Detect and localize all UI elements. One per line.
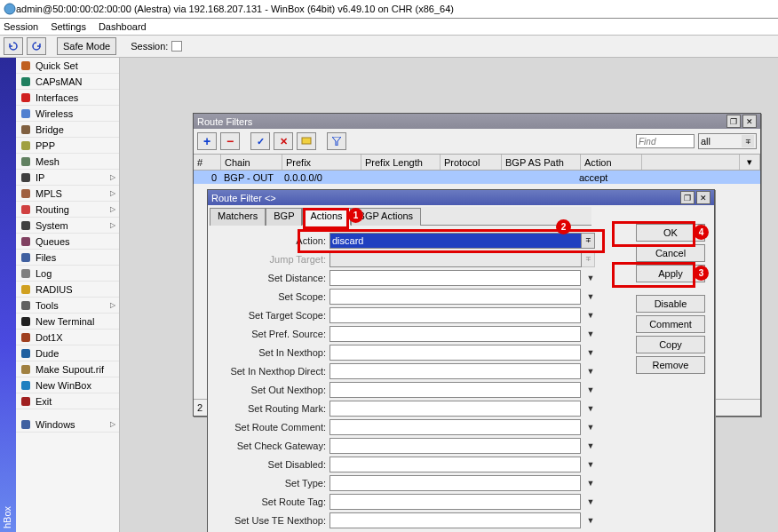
route-filters-titlebar[interactable]: Route Filters ❐ ✕ (194, 114, 760, 129)
menu-settings[interactable]: Settings (51, 21, 86, 32)
field-input[interactable] (329, 363, 581, 379)
sidebar-item-bridge[interactable]: Bridge (16, 122, 119, 138)
filter-button[interactable] (327, 132, 346, 150)
expand-arrow-icon[interactable]: ▼ (586, 423, 595, 432)
sidebar-item-interfaces[interactable]: Interfaces (16, 90, 119, 106)
expand-arrow-icon[interactable]: ▼ (586, 311, 595, 320)
sidebar-item-ppp[interactable]: PPP (16, 138, 119, 154)
wand-icon (20, 60, 32, 72)
sidebar-item-mpls[interactable]: MPLS▷ (16, 186, 119, 202)
sidebar-item-system[interactable]: System▷ (16, 218, 119, 234)
action-dropdown-arrow[interactable]: ∓ (582, 233, 595, 249)
sidebar-item-tools[interactable]: Tools▷ (16, 298, 119, 314)
close-icon[interactable]: ✕ (742, 115, 757, 128)
expand-arrow-icon[interactable]: ▼ (586, 441, 595, 450)
field-input[interactable] (329, 475, 581, 491)
field-input[interactable] (329, 326, 581, 342)
sidebar-item-quick-set[interactable]: Quick Set (16, 58, 119, 74)
undo-button[interactable] (4, 37, 23, 55)
find-input[interactable] (636, 134, 695, 148)
field-input[interactable] (329, 494, 581, 510)
sidebar-item-exit[interactable]: Exit (16, 393, 119, 409)
comment-button[interactable]: Comment (636, 315, 705, 333)
svg-rect-5 (21, 125, 30, 134)
field-input[interactable] (329, 457, 581, 472)
col-chain[interactable]: Chain (221, 155, 282, 170)
menu-session[interactable]: Session (4, 21, 38, 32)
sidebar-item-log[interactable]: Log (16, 266, 119, 282)
field-input[interactable] (329, 419, 581, 435)
expand-arrow-icon[interactable]: ▼ (586, 385, 595, 394)
action-dropdown[interactable]: discard (329, 233, 582, 249)
tab-matchers[interactable]: Matchers (210, 208, 266, 226)
field-input[interactable] (329, 307, 581, 323)
field-input[interactable] (329, 382, 581, 398)
remove-button[interactable]: Remove (636, 356, 705, 374)
filter-scope-dropdown[interactable]: all∓ (698, 133, 757, 149)
field-input[interactable] (329, 401, 581, 417)
apply-button[interactable]: Apply (636, 265, 705, 282)
close-icon[interactable]: ✕ (696, 191, 711, 204)
safe-mode-button[interactable]: Safe Mode (57, 37, 116, 55)
sidebar-item-dot1x[interactable]: Dot1X (16, 330, 119, 345)
grid-row-0[interactable]: 0 BGP - OUT 0.0.0.0/0 accept (194, 171, 760, 184)
dot1x-icon (20, 331, 32, 344)
sidebar-item-make-supout-rif[interactable]: Make Supout.rif (16, 361, 119, 377)
expand-arrow-icon[interactable]: ▼ (586, 516, 595, 525)
expand-arrow-icon[interactable]: ▼ (586, 330, 595, 338)
disable-button[interactable]: Disable (636, 295, 705, 313)
disable-button[interactable]: ✕ (274, 132, 293, 150)
chevron-right-icon: ▷ (110, 189, 115, 197)
sidebar-item-files[interactable]: Files (16, 250, 119, 266)
field-input[interactable] (329, 345, 581, 361)
tab-bgp[interactable]: BGP (266, 208, 302, 226)
expand-arrow-icon[interactable]: ▼ (586, 292, 595, 301)
sidebar-item-new-terminal[interactable]: New Terminal (16, 314, 119, 330)
expand-arrow-icon[interactable]: ▼ (586, 348, 595, 357)
remove-button[interactable]: − (220, 132, 240, 150)
col-prefix-length[interactable]: Prefix Length (361, 155, 441, 170)
field-input[interactable] (329, 289, 581, 305)
cancel-button[interactable]: Cancel (636, 244, 705, 262)
mesh-icon (20, 155, 32, 168)
sidebar-item-radius[interactable]: RADIUS (16, 282, 119, 298)
field-input[interactable] (329, 512, 581, 528)
sidebar-item-wireless[interactable]: Wireless (16, 106, 119, 122)
expand-arrow-icon[interactable]: ▼ (586, 367, 595, 376)
sidebar-item-routing[interactable]: Routing▷ (16, 202, 119, 218)
expand-arrow-icon[interactable]: ▼ (586, 274, 595, 282)
expand-arrow-icon[interactable]: ▼ (586, 479, 595, 488)
tab-bgp-actions[interactable]: BGP Actions (351, 208, 422, 226)
add-button[interactable]: + (197, 132, 217, 150)
enable-button[interactable]: ✓ (250, 132, 270, 150)
sidebar-item-capsman[interactable]: CAPsMAN (16, 74, 119, 90)
col-action[interactable]: Action (581, 155, 642, 170)
col-menu-icon[interactable]: ▾ (740, 155, 760, 170)
sidebar-item-mesh[interactable]: Mesh (16, 154, 119, 170)
sidebar-item-queues[interactable]: Queues (16, 234, 119, 250)
sidebar-label: Interfaces (36, 92, 78, 103)
col-prefix[interactable]: Prefix (282, 155, 361, 170)
field-input[interactable] (329, 438, 581, 454)
sidebar-item-windows[interactable]: Windows▷ (16, 417, 119, 433)
expand-arrow-icon[interactable]: ▼ (586, 460, 595, 469)
sidebar-item-ip[interactable]: IP▷ (16, 170, 119, 186)
restore-icon[interactable]: ❐ (680, 191, 695, 204)
winbox-icon (20, 379, 32, 392)
route-filter-titlebar[interactable]: Route Filter <> ❐ ✕ (208, 190, 714, 205)
ok-button[interactable]: OK (636, 224, 705, 242)
copy-button[interactable]: Copy (636, 336, 705, 353)
sidebar-item-dude[interactable]: Dude (16, 345, 119, 361)
col-num[interactable]: # (194, 155, 221, 170)
expand-arrow-icon[interactable]: ▼ (586, 497, 595, 506)
col-protocol[interactable]: Protocol (441, 155, 502, 170)
expand-arrow-icon[interactable]: ▼ (586, 404, 595, 413)
menu-dashboard[interactable]: Dashboard (99, 21, 147, 32)
comment-button[interactable] (297, 132, 316, 150)
sidebar-item-new-winbox[interactable]: New WinBox (16, 377, 119, 393)
tab-actions[interactable]: Actions (302, 208, 350, 226)
restore-icon[interactable]: ❐ (726, 115, 741, 128)
field-input[interactable] (329, 270, 581, 286)
redo-button[interactable] (27, 37, 46, 55)
col-bgp-as-path[interactable]: BGP AS Path (502, 155, 581, 170)
